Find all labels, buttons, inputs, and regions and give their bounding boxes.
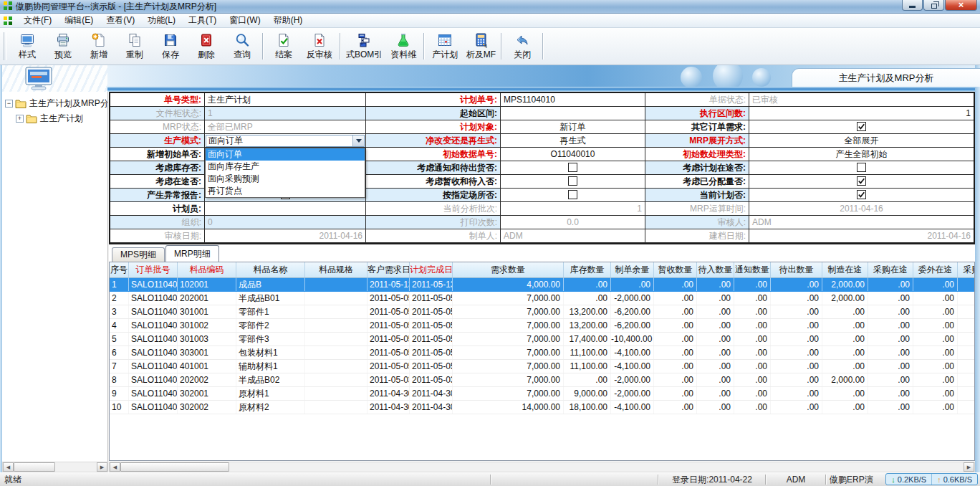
field-value[interactable]: [205, 202, 366, 216]
column-header[interactable]: 通知数量: [734, 262, 771, 278]
scroll-left-arrow-icon[interactable]: ◀: [110, 462, 120, 472]
checkbox[interactable]: [857, 122, 866, 131]
field-value[interactable]: 产生全部初始: [749, 148, 974, 161]
field-value[interactable]: 1: [749, 107, 974, 120]
minimize-button[interactable]: [902, 0, 923, 11]
column-header[interactable]: 委外在途: [913, 262, 958, 278]
scroll-thumb[interactable]: [120, 462, 229, 472]
dropdown-option[interactable]: 面向采购预测: [206, 173, 365, 185]
column-header[interactable]: 需求数量: [453, 262, 564, 278]
column-header[interactable]: 订单批号: [129, 262, 178, 278]
column-header[interactable]: 料品名称: [236, 262, 305, 278]
toolbar-button-close-case[interactable]: 结案: [266, 29, 302, 63]
field-value[interactable]: MPS1104010: [501, 93, 645, 107]
toolbar-button-preview[interactable]: 预览: [45, 29, 81, 63]
menu-item-7[interactable]: 帮助(H): [267, 13, 309, 28]
menu-item-4[interactable]: 功能(L): [141, 13, 182, 28]
toolbar-button-close[interactable]: 关闭: [504, 29, 540, 63]
column-header[interactable]: 制单余量: [611, 262, 654, 278]
column-header[interactable]: 采购: [958, 262, 975, 278]
field-value[interactable]: [749, 189, 974, 202]
menu-item-3[interactable]: 查看(V): [100, 13, 141, 28]
toolbar-button-style[interactable]: 样式: [9, 29, 45, 63]
tree-node[interactable]: −主生产计划及MRP分析: [2, 96, 107, 111]
table-row[interactable]: 3SALO1104009301001零部件12011-05-052011-05-…: [110, 305, 974, 319]
checkbox[interactable]: [857, 190, 866, 199]
field-value[interactable]: [501, 189, 645, 202]
field-value[interactable]: [749, 175, 974, 189]
checkbox[interactable]: [568, 163, 577, 172]
checkbox[interactable]: [857, 163, 866, 172]
table-row[interactable]: 7SALO1104009401001辅助材料12011-05-052011-05…: [110, 360, 974, 373]
column-header[interactable]: 待入数量: [697, 262, 734, 278]
column-header[interactable]: 采购在途: [868, 262, 913, 278]
column-header[interactable]: 待出数量: [771, 262, 822, 278]
column-header[interactable]: 料品规格: [305, 262, 368, 278]
restore-button[interactable]: [923, 0, 944, 11]
tab-mrp-detail[interactable]: MRP明细: [165, 245, 219, 262]
field-value[interactable]: O11040010: [501, 148, 645, 161]
table-row[interactable]: 2SALO1104009202001半成品B012011-05-052011-0…: [110, 292, 974, 305]
menu-item-5[interactable]: 工具(T): [182, 13, 223, 28]
chevron-down-icon[interactable]: [352, 135, 364, 146]
column-header[interactable]: 序号: [110, 262, 129, 278]
field-value[interactable]: 新订单: [501, 120, 645, 134]
column-header[interactable]: 库存数量: [564, 262, 611, 278]
menu-item-1[interactable]: 文件(F): [17, 13, 58, 28]
table-row[interactable]: 5SALO1104009301003零部件32011-05-052011-05-…: [110, 333, 974, 346]
scroll-left-arrow-icon[interactable]: ◀: [3, 462, 14, 472]
table-row[interactable]: 1SALO1104009102001成品B2011-05-132011-05-1…: [110, 278, 974, 292]
checkbox[interactable]: [568, 190, 577, 199]
table-horizontal-scrollbar[interactable]: ◀ ▶: [109, 462, 975, 472]
table-row[interactable]: 10SALO1104009302002原材料22011-04-302011-04…: [110, 401, 974, 414]
column-header[interactable]: 客户需求日期: [368, 262, 410, 278]
close-button[interactable]: [945, 0, 977, 11]
tree-node[interactable]: +主生产计划: [2, 111, 107, 126]
banner-decor-circle: [752, 68, 771, 87]
checkbox[interactable]: [568, 176, 577, 186]
toolbar-button-bom[interactable]: 式BOM引: [343, 29, 385, 63]
field-label: 计划员:: [110, 202, 205, 216]
toolbar-button-save[interactable]: 保存: [153, 29, 188, 63]
scroll-right-arrow-icon[interactable]: ▶: [97, 462, 107, 472]
column-header[interactable]: 暂收数量: [654, 262, 697, 278]
toolbar-button-delete[interactable]: 删除: [188, 29, 224, 63]
dropdown-option[interactable]: 面向库存生产: [206, 161, 365, 173]
scroll-right-arrow-icon[interactable]: ▶: [964, 462, 974, 472]
tab-mps-detail[interactable]: MPS明细: [112, 247, 165, 262]
table-row[interactable]: 9SALO1104009302001原材料12011-04-302011-04-…: [110, 387, 974, 401]
field-value[interactable]: 再生式: [501, 134, 645, 148]
table-row[interactable]: 8SALO1104009202002半成品B022011-05-032011-0…: [110, 373, 974, 387]
tree-expander-icon[interactable]: −: [5, 100, 13, 108]
table-row[interactable]: 4SALO1104009301002零部件22011-05-052011-05-…: [110, 319, 974, 333]
field-value[interactable]: 主生产计划: [205, 93, 366, 107]
toolbar-button-reverse-audit[interactable]: 反审核: [302, 29, 337, 63]
column-header[interactable]: 计划完成日期: [410, 262, 453, 278]
field-value[interactable]: 面向订单: [205, 134, 366, 148]
field-value[interactable]: [501, 175, 645, 189]
column-header[interactable]: 制造在途: [822, 262, 868, 278]
table-row[interactable]: 6SALO1104009303001包装材料12011-05-052011-05…: [110, 346, 974, 360]
toolbar-button-query[interactable]: 查询: [224, 29, 260, 63]
column-header[interactable]: 料品编码: [178, 262, 236, 278]
field-value[interactable]: 全部展开: [749, 134, 974, 148]
menu-item-6[interactable]: 窗口(W): [223, 13, 266, 28]
field-value[interactable]: [501, 161, 645, 175]
dropdown-option[interactable]: 再订货点: [206, 185, 365, 197]
menu-item-2[interactable]: 编辑(E): [58, 13, 100, 28]
field-value[interactable]: [501, 107, 645, 120]
production-mode-combobox[interactable]: 面向订单: [206, 135, 365, 147]
tree-expander-icon[interactable]: +: [16, 115, 24, 123]
field-value[interactable]: [749, 120, 974, 134]
checkbox[interactable]: [857, 176, 866, 186]
toolbar-button-production-plan[interactable]: 产计划: [427, 29, 463, 63]
toolbar-button-new[interactable]: 新增: [81, 29, 117, 63]
toolbar-button-copy[interactable]: 重制: [117, 29, 153, 63]
toolbar-grip[interactable]: [4, 32, 7, 60]
scroll-thumb[interactable]: [14, 462, 55, 472]
field-value[interactable]: [749, 161, 974, 175]
toolbar-button-mrp-analysis[interactable]: 4析及MF: [463, 29, 499, 63]
dropdown-option[interactable]: 面向订单: [206, 148, 365, 161]
toolbar-button-material[interactable]: 资料维: [385, 29, 421, 63]
tree-horizontal-scrollbar[interactable]: ◀ ▶: [2, 462, 108, 472]
